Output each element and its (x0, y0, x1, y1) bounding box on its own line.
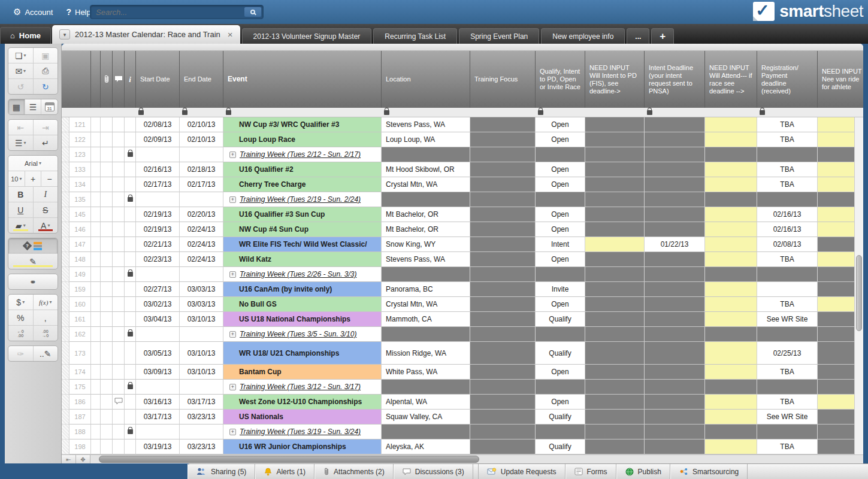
cell-will-intent[interactable] (585, 342, 645, 365)
row-action-cell[interactable] (91, 267, 101, 282)
select-all-corner[interactable] (62, 51, 91, 108)
cell-end-date[interactable] (180, 147, 223, 162)
cell-qualify[interactable]: Open (536, 297, 585, 312)
cell-intent_deadline[interactable] (645, 380, 705, 395)
cell-comment[interactable] (113, 207, 125, 222)
tab-sheet-2[interactable]: Spring Event Plan (459, 28, 539, 44)
cell-location[interactable]: Panorama, BC (382, 282, 470, 297)
row-drag-handle[interactable] (62, 132, 69, 147)
expand-icon[interactable]: + (229, 151, 236, 158)
cell-attachment[interactable] (101, 365, 113, 380)
cell-comment[interactable] (113, 395, 125, 410)
cell-start-date[interactable]: 02/19/13 (136, 207, 180, 222)
row-drag-handle[interactable] (62, 342, 69, 365)
align-button[interactable]: ☰▾ (8, 135, 34, 150)
cell-start-date[interactable] (136, 147, 180, 162)
row-action-cell[interactable] (91, 365, 101, 380)
column-header-van[interactable]: NEED INPUT Nee van ride for athlete (818, 51, 863, 108)
wrap-text-button[interactable]: ↵ (34, 135, 58, 150)
row-drag-handle[interactable] (62, 267, 69, 282)
cell-start-date[interactable]: 02/21/13 (136, 237, 180, 252)
cell-event[interactable]: U16 WR Junior Championships (223, 439, 382, 454)
cell-will-intent[interactable] (585, 282, 645, 297)
grid-view-button[interactable]: ▦ (8, 99, 25, 114)
cell-attachment[interactable] (101, 252, 113, 267)
cell-attachment[interactable] (101, 237, 113, 252)
cell-qualify[interactable]: Invite (536, 282, 585, 297)
scroll-home-button[interactable]: ⇤ (62, 455, 76, 463)
expand-icon[interactable]: + (229, 271, 236, 278)
cell-will_attend[interactable] (705, 147, 757, 162)
cell-end-date[interactable]: 03/23/13 (180, 439, 223, 454)
cell-van[interactable] (818, 147, 855, 162)
cell-end-date[interactable]: 03/10/13 (180, 365, 223, 380)
cell-focus[interactable] (470, 147, 536, 162)
cell-event[interactable]: NW Cup #3/ WRC Qualifier #3 (223, 117, 382, 132)
row-number[interactable]: 173 (69, 342, 91, 365)
cell-start-date[interactable] (136, 192, 180, 207)
cell-attachment[interactable] (101, 222, 113, 237)
send-button[interactable]: ✉▾ (8, 63, 34, 78)
cell-will-attend[interactable] (705, 207, 757, 222)
highlight-button[interactable]: ✎ (8, 254, 58, 269)
forms-button[interactable]: Forms (565, 464, 616, 479)
cell-attachment[interactable] (101, 267, 113, 282)
cell-location[interactable]: Stevens Pass, WA (382, 252, 470, 267)
cell-intent-deadline[interactable] (645, 410, 705, 425)
row-drag-handle[interactable] (62, 380, 69, 395)
row-number[interactable]: 162 (69, 327, 91, 342)
cell-training-focus[interactable] (470, 117, 536, 132)
row-number[interactable]: 148 (69, 252, 91, 267)
cell-registration[interactable] (757, 192, 818, 207)
cell-will-intent[interactable] (585, 222, 645, 237)
expand-icon[interactable]: + (229, 384, 236, 390)
cell-van[interactable] (818, 410, 855, 425)
cell-event[interactable]: +Training Week (Tues 2/19 - Sun. 2/24) (223, 192, 382, 207)
cell-qualify[interactable]: Intent (536, 237, 585, 252)
expand-icon[interactable]: + (229, 331, 236, 338)
info-column-header[interactable]: i (125, 51, 136, 108)
cell-registration[interactable]: TBA (757, 365, 818, 380)
action-column-header[interactable] (91, 51, 101, 108)
cell-start-date[interactable]: 03/05/13 (136, 342, 180, 365)
cell-will-attend[interactable] (705, 132, 757, 147)
cell-will-intent[interactable] (585, 252, 645, 267)
cell-location[interactable] (382, 267, 470, 282)
cell-will-intent[interactable] (585, 439, 645, 454)
bold-button[interactable]: B (8, 187, 34, 202)
cell-van[interactable] (818, 282, 855, 297)
cell-event[interactable]: US U18 National Championships (223, 312, 382, 327)
cell-info[interactable] (125, 439, 136, 454)
cell-start-date[interactable]: 03/19/13 (136, 439, 180, 454)
account-menu[interactable]: ⚙ Account (13, 7, 53, 17)
cell-will-attend[interactable] (705, 177, 757, 192)
font-color-button[interactable]: A▾ (34, 218, 58, 233)
cell-focus[interactable] (470, 267, 536, 282)
cell-info[interactable] (125, 327, 136, 342)
cell-comment[interactable] (113, 410, 125, 425)
cell-intent-deadline[interactable] (645, 395, 705, 410)
cell-registration[interactable]: 02/08/13 (757, 237, 818, 252)
cell-will-intent[interactable] (585, 297, 645, 312)
cell-info[interactable] (125, 177, 136, 192)
cell-van[interactable] (818, 395, 855, 410)
row-action-cell[interactable] (91, 342, 101, 365)
strikethrough-button[interactable]: S (34, 202, 58, 217)
cell-event[interactable]: Wild Katz (223, 252, 382, 267)
tab-dropdown-icon[interactable]: ▾ (59, 29, 70, 40)
cell-end-date[interactable]: 02/24/13 (180, 222, 223, 237)
cell-training-focus[interactable] (470, 252, 536, 267)
cell-will-intent[interactable] (585, 410, 645, 425)
cell-end-date[interactable]: 02/24/13 (180, 237, 223, 252)
cell-start-date[interactable]: 02/27/13 (136, 282, 180, 297)
row-number[interactable]: 188 (69, 425, 91, 439)
calendar-view-button[interactable]: 31 (41, 99, 58, 114)
cell-end-date[interactable]: 03/03/13 (180, 282, 223, 297)
cell-location[interactable]: Snow King, WY (382, 237, 470, 252)
row-drag-handle[interactable] (62, 297, 69, 312)
tab-active-sheet[interactable]: ▾ 2012-13 Master Calendar: Race and Trai… (52, 25, 240, 44)
cell-location[interactable]: Stevens Pass, WA (382, 117, 470, 132)
cell-event[interactable]: Cherry Tree Charge (223, 177, 382, 192)
cell-intent_deadline[interactable] (645, 327, 705, 342)
cell-intent_deadline[interactable] (645, 425, 705, 439)
